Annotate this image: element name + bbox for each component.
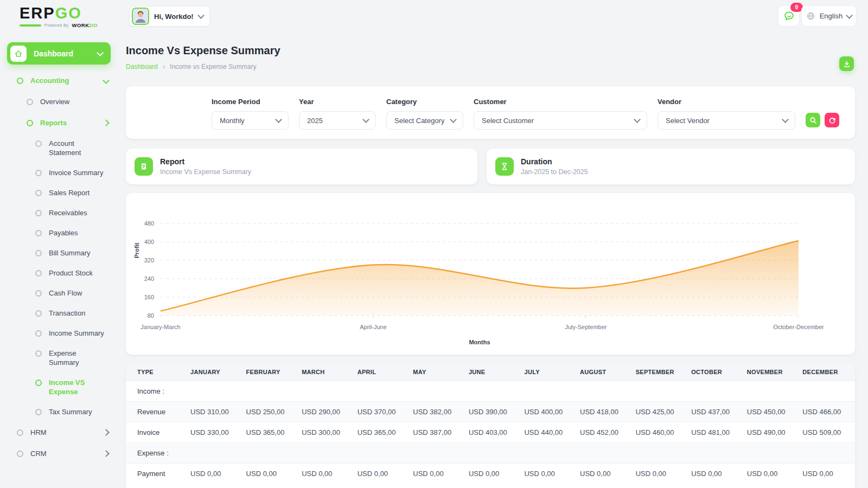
download-button[interactable] (839, 56, 854, 71)
reset-button[interactable] (825, 113, 839, 127)
sidebar-item-label: Sales Report (49, 188, 90, 197)
download-icon (843, 60, 851, 68)
income-expense-table-card: TYPEJANUARYFEBRUARYMARCHAPRILMAYJUNEJULY… (126, 363, 855, 488)
table-section-row-expense: Expense : (126, 443, 855, 464)
duration-card-title: Duration (521, 157, 588, 166)
row-type-cell: Expense : (126, 443, 187, 464)
sidebar-item-transaction[interactable]: Transaction (0, 303, 119, 323)
value-cell: USD 300,00 (298, 422, 354, 443)
sidebar-item-payables[interactable]: Payables (0, 223, 119, 243)
sidebar-item-sales-report[interactable]: Sales Report (0, 183, 119, 203)
search-icon (809, 117, 817, 124)
sidebar-item-overview[interactable]: Overview (0, 91, 119, 112)
profit-chart-card: Profit 80160240320400480 January-MarchAp… (126, 193, 855, 355)
messages-button[interactable]: 0 (778, 5, 800, 27)
sidebar-item-cash-flow[interactable]: Cash Flow (0, 283, 119, 303)
value-cell (799, 381, 855, 402)
value-cell: USD 0,00 (688, 464, 744, 484)
workdo-wordmark: WORKDO (72, 22, 97, 28)
value-cell: USD 382,00 (410, 402, 465, 422)
breadcrumb-separator-icon: › (163, 62, 165, 70)
app-screen: ERPGO Powered By WORKDO Hi, Workdo! 0 En… (0, 0, 868, 488)
sidebar-item-invoice-summary[interactable]: Invoice Summary (0, 163, 119, 183)
bullet-icon (17, 451, 23, 457)
report-card-title: Report (160, 157, 251, 166)
sidebar-item-income-vs-expense[interactable]: Income VS Expense (0, 373, 119, 402)
value-cell: USD 0,00 (521, 464, 577, 484)
profit-area-chart (161, 220, 799, 321)
column-header-october: OCTOBER (688, 363, 744, 381)
bullet-icon (27, 99, 33, 105)
sidebar-item-expense-summary[interactable]: Expense Summary (0, 343, 119, 373)
filter-label: Category (386, 98, 463, 106)
income-period-select[interactable]: Monthly (212, 111, 289, 130)
search-button[interactable] (806, 113, 820, 127)
sidebar-item-label: Reports (40, 118, 67, 127)
report-document-icon (135, 157, 153, 176)
row-type-cell: Invoice (126, 422, 187, 443)
breadcrumb-dashboard-link[interactable]: Dashboard (126, 63, 158, 70)
filter-group-year: Year2025 (299, 98, 376, 130)
user-menu[interactable]: Hi, Workdo! (129, 6, 210, 27)
brand-erp: ERP (20, 4, 55, 22)
value-cell: USD 450,00 (744, 402, 800, 422)
sidebar-item-label: Bill Summary (49, 248, 91, 258)
sidebar-item-receivables[interactable]: Receivables (0, 203, 119, 223)
sidebar-item-label: Tax Summary (49, 407, 92, 416)
breadcrumb: Dashboard › Income vs Expense Summary (126, 62, 855, 70)
y-axis-tick-label: 80 (148, 312, 154, 319)
table-section-row-income: Income : (126, 381, 855, 402)
value-cell (521, 381, 577, 402)
value-cell: USD 0,00 (799, 464, 855, 484)
report-card-subtitle: Income Vs Expense Summary (160, 168, 251, 176)
report-card: Report Income Vs Expense Summary (126, 149, 477, 184)
column-header-january: JANUARY (187, 363, 243, 381)
filter-label: Vendor (658, 98, 795, 106)
filter-group-customer: CustomerSelect Customer (474, 98, 647, 130)
powered-by-text: Powered By (44, 23, 68, 28)
value-cell: USD 0,00 (633, 464, 688, 484)
column-header-june: JUNE (465, 363, 521, 381)
sidebar-item-bill-summary[interactable]: Bill Summary (0, 243, 119, 263)
sidebar-item-account-statement[interactable]: Account Statement (0, 133, 119, 163)
value-cell: USD 0,00 (577, 464, 633, 484)
table-row-revenue: RevenueUSD 310,00USD 250,00USD 290,00USD… (126, 402, 855, 422)
y-axis-tick-label: 320 (144, 257, 154, 264)
chevron-down-icon (846, 12, 853, 19)
value-cell: USD 440,00 (521, 422, 577, 443)
filter-group-vendor: VendorSelect Vendor (658, 98, 795, 130)
y-axis-tick-label: 400 (144, 239, 154, 245)
sidebar-item-income-summary[interactable]: Income Summary (0, 323, 119, 343)
sidebar-item-label: Invoice Summary (49, 168, 103, 177)
bullet-icon (35, 290, 42, 297)
sidebar-item-accounting[interactable]: Accounting (0, 70, 119, 91)
sidebar-item-crm[interactable]: CRM (0, 443, 119, 464)
sidebar-item-reports[interactable]: Reports (0, 112, 119, 133)
value-cell (521, 443, 577, 464)
sidebar-item-product-stock[interactable]: Product Stock (0, 263, 119, 283)
filter-group-category: CategorySelect Category (386, 98, 463, 130)
home-icon (10, 46, 27, 62)
value-cell (243, 443, 299, 464)
sidebar-item-tax-summary[interactable]: Tax Summary (0, 402, 119, 422)
value-cell: USD 250,00 (243, 402, 299, 422)
chat-icon (783, 10, 795, 22)
value-cell: USD 460,00 (633, 422, 688, 443)
year-select[interactable]: 2025 (299, 111, 376, 130)
bullet-icon (35, 310, 42, 317)
sidebar-item-hrm[interactable]: HRM (0, 422, 119, 443)
y-axis-title: Profit (133, 243, 140, 259)
chevron-down-icon (197, 12, 205, 19)
page-title: Income Vs Expense Summary (126, 44, 855, 57)
vendor-select[interactable]: Select Vendor (658, 111, 795, 130)
sidebar-item-dashboard[interactable]: Dashboard (7, 42, 111, 65)
refresh-icon (828, 117, 836, 124)
column-header-november: NOVEMBER (744, 363, 800, 381)
hourglass-icon (495, 157, 514, 176)
chevron-down-icon (275, 116, 282, 123)
value-cell (410, 443, 465, 464)
language-selector[interactable]: English (801, 5, 857, 27)
customer-select[interactable]: Select Customer (474, 111, 647, 130)
category-select[interactable]: Select Category (386, 111, 463, 130)
value-cell (688, 381, 744, 402)
